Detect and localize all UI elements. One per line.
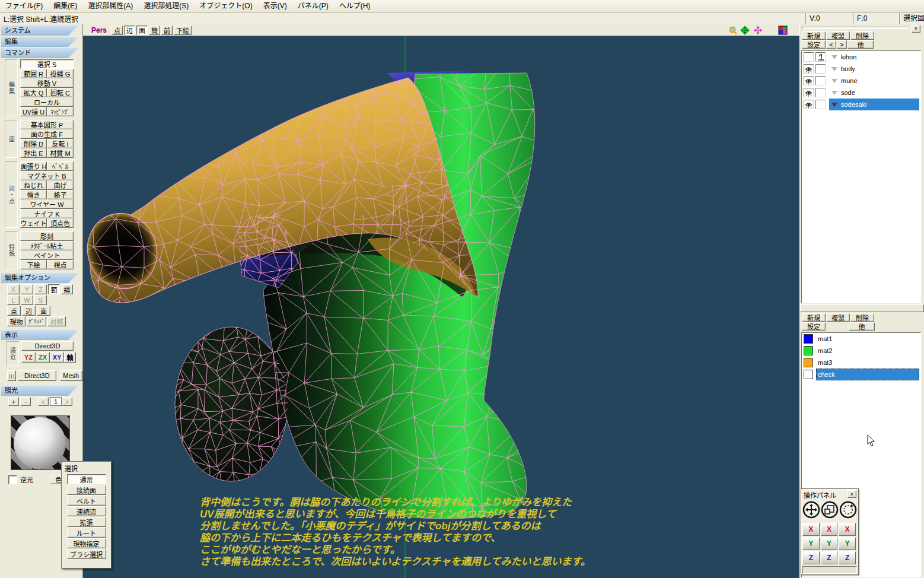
cmd-button[interactable]: 面張り H xyxy=(20,161,47,171)
light-control-button[interactable]: < xyxy=(38,397,49,406)
panel-splitter[interactable] xyxy=(800,304,924,312)
select-mode-button[interactable]: ルート xyxy=(67,528,106,538)
panel-header-system[interactable]: システム xyxy=(1,26,78,36)
3d-scene[interactable]: 背中側はこうです。胴は脇の下あたりのラインで分割すれば、よりゆがみを抑えたUV展… xyxy=(83,36,799,578)
mesh-button[interactable]: Mesh xyxy=(60,370,82,381)
edit-option-button[interactable]: 面 xyxy=(37,306,50,316)
select-mode-button[interactable]: 接続面 xyxy=(67,485,106,495)
menu-item[interactable]: 表示(V) xyxy=(258,0,292,12)
cmd-button[interactable]: 移動 V xyxy=(20,78,74,88)
lock-cell[interactable] xyxy=(815,100,826,109)
panel-header-command[interactable]: コマンド xyxy=(1,48,78,58)
axis-view-button[interactable]: YZ xyxy=(21,352,36,363)
viewport-toggle-下絵[interactable]: 下絵 xyxy=(174,26,192,35)
edit-option-button[interactable]: W xyxy=(21,295,33,305)
operation-axis-button[interactable]: X xyxy=(821,523,838,536)
object-panel-button[interactable]: 設定 xyxy=(802,40,826,49)
cmd-button[interactable]: 傾き xyxy=(20,190,47,199)
cmd-button[interactable]: ﾍﾞﾍﾞﾙ xyxy=(47,161,74,171)
cmd-button[interactable]: 回転 C xyxy=(47,88,74,97)
cmd-button[interactable]: 押出 E xyxy=(20,148,47,158)
cmd-button[interactable]: ローカル xyxy=(20,97,74,107)
cmd-button[interactable]: 視点 xyxy=(47,260,74,269)
lock-cell[interactable] xyxy=(815,64,826,74)
select-mode-button[interactable]: ブラシ選択 xyxy=(67,549,106,559)
material-row[interactable]: mat3 xyxy=(802,357,920,369)
object-row[interactable]: sode xyxy=(802,87,920,99)
panel-header-edit-options[interactable]: 編集オプション xyxy=(1,273,78,283)
rotate-tool-icon[interactable] xyxy=(839,501,857,521)
cmd-button[interactable]: 拡大 Q xyxy=(20,88,47,97)
edit-option-button[interactable]: 点 xyxy=(7,306,21,316)
viewport-toggle-簡[interactable]: 簡 xyxy=(149,26,160,35)
expand-triangle-icon[interactable] xyxy=(831,55,837,59)
menu-item[interactable]: オブジェクト(O) xyxy=(194,0,257,12)
cmd-button[interactable]: UV操 U xyxy=(20,107,47,116)
panel-header-lighting[interactable]: 照光 xyxy=(1,386,78,396)
expand-triangle-icon[interactable] xyxy=(831,67,837,71)
object-panel-button[interactable]: 削除 xyxy=(850,31,874,40)
cmd-button[interactable]: 彫刻 xyxy=(20,231,74,241)
light-control-button[interactable]: + xyxy=(8,397,19,406)
direct3d-button[interactable]: Direct3D xyxy=(21,341,74,351)
parallel-view-icon-button[interactable]: | | | xyxy=(7,370,16,381)
cmd-button[interactable]: 範囲 R xyxy=(20,69,47,78)
menu-item[interactable]: 選択部属性(A) xyxy=(82,0,138,12)
cmd-button[interactable]: 頂点色 xyxy=(47,218,74,228)
select-mode-button[interactable]: 現物指定 xyxy=(67,538,106,548)
layout-icon[interactable] xyxy=(778,26,788,35)
expand-triangle-icon[interactable] xyxy=(831,79,837,83)
cmd-button[interactable]: 曲げ xyxy=(47,180,74,190)
cmd-button[interactable]: マグネット B xyxy=(20,171,74,180)
edit-option-button[interactable]: 辺 xyxy=(22,306,36,316)
zoom-icon[interactable] xyxy=(728,26,738,35)
edit-option-button[interactable]: Y xyxy=(21,284,33,294)
eye-icon[interactable] xyxy=(804,76,814,85)
material-panel-button[interactable]: 設定 xyxy=(802,322,826,331)
select-mode-button[interactable]: ベルト xyxy=(67,496,106,506)
cmd-button[interactable]: 選択 S xyxy=(20,59,74,69)
select-mode-button[interactable]: 通常 xyxy=(67,474,106,484)
operation-axis-button[interactable]: X xyxy=(839,523,856,536)
expand-triangle-icon[interactable] xyxy=(831,91,837,95)
cmd-button[interactable]: ﾒﾀﾎﾞｰﾙ粘土 xyxy=(20,241,74,250)
edit-option-button[interactable]: 現物 xyxy=(7,316,26,326)
axis-view-button[interactable]: XY xyxy=(50,352,64,363)
cmd-button[interactable]: 下絵 xyxy=(20,260,47,269)
select-mode-button[interactable]: 拡張 xyxy=(67,517,106,527)
menu-item[interactable]: 選択部処理(S) xyxy=(138,0,194,12)
material-row[interactable]: mat1 xyxy=(802,333,920,345)
lock-cell[interactable] xyxy=(815,76,826,85)
cmd-button[interactable]: 基本図形 P xyxy=(20,120,74,129)
object-row[interactable]: body xyxy=(802,63,920,75)
cmd-button[interactable]: 材質 M xyxy=(47,148,74,158)
material-panel-button[interactable]: 複製 xyxy=(826,313,850,322)
viewport-toggle-辺[interactable]: 辺 xyxy=(124,26,135,35)
cmd-button[interactable]: ナイフ K xyxy=(20,209,74,218)
object-panel-button[interactable]: 新規 xyxy=(802,31,826,40)
cmd-button[interactable]: 面の生成 F xyxy=(20,129,74,139)
pan-icon[interactable] xyxy=(740,26,750,35)
object-panel-button[interactable]: > xyxy=(837,40,847,49)
cmd-button[interactable]: 削除 D xyxy=(20,139,47,148)
backlight-checkbox[interactable] xyxy=(8,475,17,484)
viewport-toggle-点[interactable]: 点 xyxy=(111,26,123,35)
operation-axis-button[interactable]: X xyxy=(802,523,820,536)
object-panel-button[interactable]: 複製 xyxy=(826,31,850,40)
panel-header-edit[interactable]: 編集 xyxy=(1,37,78,47)
cmd-button[interactable]: 投縄 G xyxy=(47,69,74,78)
menu-item[interactable]: 編集(E) xyxy=(48,0,82,12)
edit-option-button[interactable]: Z xyxy=(34,284,47,294)
viewport-toggle-前[interactable]: 前 xyxy=(161,26,173,35)
edit-option-button[interactable]: 縄 xyxy=(61,284,73,294)
object-row[interactable]: sodesaki xyxy=(802,99,920,110)
operation-axis-button[interactable]: Y xyxy=(821,537,838,550)
select-mode-button[interactable]: 連続辺 xyxy=(67,506,106,516)
menu-item[interactable]: ファイル(F) xyxy=(0,0,48,12)
material-row[interactable]: mat2 xyxy=(802,345,920,357)
direct3d-secondary-button[interactable]: Direct3D xyxy=(18,370,56,381)
edit-option-button[interactable]: L xyxy=(7,295,20,305)
cmd-button[interactable]: ペイント xyxy=(20,250,74,260)
axis-view-button[interactable]: 軸 xyxy=(64,352,76,363)
operation-axis-button[interactable]: Y xyxy=(802,537,820,550)
